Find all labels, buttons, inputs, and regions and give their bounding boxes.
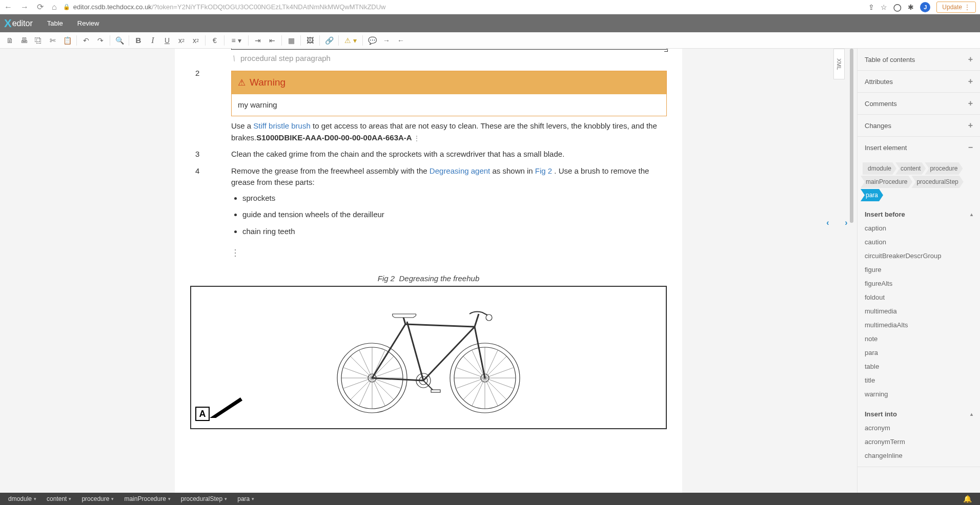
prev-button[interactable]: ← — [394, 34, 407, 47]
step-placeholder[interactable]: procedural step paragraph — [231, 54, 667, 62]
paste-icon[interactable]: 📋 — [60, 34, 74, 47]
panel-changes[interactable]: Changes+ — [858, 115, 980, 136]
adblock-icon[interactable]: ◯ — [893, 3, 902, 11]
dmcode-ref[interactable]: S1000DBIKE-AAA-D00-00-00-00AA-663A-A — [256, 133, 412, 142]
chip-content[interactable]: content — [895, 162, 926, 175]
reload-icon[interactable]: ⟳ — [37, 2, 44, 12]
print-icon[interactable]: 🖶 — [17, 34, 31, 47]
copy-icon[interactable]: ⿻ — [32, 34, 45, 47]
star-icon[interactable]: ☆ — [881, 3, 887, 11]
underline-button[interactable]: U — [160, 34, 174, 47]
collapse-left-icon[interactable]: ‹ — [824, 218, 832, 228]
collapse-right-icon[interactable]: › — [842, 218, 850, 228]
chip-dmodule[interactable]: dmodule — [863, 162, 896, 175]
share-icon[interactable]: ⇪ — [868, 3, 874, 11]
plus-icon[interactable]: + — [968, 55, 973, 64]
euro-button[interactable]: € — [208, 34, 221, 47]
insert-before-header[interactable]: Insert before▴ — [858, 205, 980, 221]
italic-button[interactable]: I — [146, 34, 159, 47]
save-icon[interactable]: 🗎 — [3, 34, 16, 47]
step-4-content[interactable]: Remove the grease from the freewheel ass… — [231, 165, 667, 243]
url-bar[interactable]: 🔒 editor.csdb.techdocx.co.uk/?token=Y2Ni… — [63, 3, 863, 11]
plus-icon[interactable]: + — [968, 77, 973, 86]
chip-mainprocedure[interactable]: mainProcedure — [861, 176, 912, 188]
menu-table[interactable]: Table — [47, 19, 63, 27]
list-item[interactable]: chain ring teeth — [242, 226, 667, 238]
element-option-changeInline[interactable]: changeInline — [865, 449, 973, 462]
dmcode-menu-icon[interactable]: ⋮ — [412, 135, 420, 142]
status-crumb-para[interactable]: para — [237, 495, 254, 502]
panel-toc[interactable]: Table of contents+ — [858, 49, 980, 70]
panel-insert-element[interactable]: Insert element− — [858, 137, 980, 158]
chip-proceduralstep[interactable]: proceduralStep — [911, 176, 963, 188]
notifications-icon[interactable]: 🔔 — [963, 495, 972, 503]
status-crumb-dmodule[interactable]: dmodule — [8, 495, 36, 502]
redo-icon[interactable]: ↷ — [94, 34, 107, 47]
more-indicator[interactable]: ⋯ — [230, 248, 241, 258]
menu-review[interactable]: Review — [77, 19, 99, 27]
status-crumb-content[interactable]: content — [47, 495, 71, 502]
list-item[interactable]: guide and tension wheels of the deraille… — [242, 209, 667, 221]
element-option-caution[interactable]: caution — [865, 235, 973, 249]
plus-icon[interactable]: + — [968, 121, 973, 130]
element-option-foldout[interactable]: foldout — [865, 290, 973, 304]
warning-body[interactable]: my warning — [232, 94, 666, 116]
element-option-table[interactable]: table — [865, 360, 973, 373]
panel-comments[interactable]: Comments+ — [858, 93, 980, 114]
step-2-para[interactable]: Use a Stiff bristle brush to get access … — [231, 120, 667, 143]
chip-procedure[interactable]: procedure — [925, 162, 963, 175]
cut-icon[interactable]: ✄ — [46, 34, 59, 47]
home-icon[interactable]: ⌂ — [52, 3, 57, 12]
element-option-acronymTerm[interactable]: acronymTerm — [865, 435, 973, 449]
status-crumb-mainProcedure[interactable]: mainProcedure — [124, 495, 170, 502]
element-option-caption[interactable]: caption — [865, 221, 973, 235]
element-option-circuitBreakerDescrGroup[interactable]: circuitBreakerDescrGroup — [865, 249, 973, 263]
comment-button[interactable]: 💬 — [365, 34, 379, 47]
indent-button[interactable]: ⇥ — [251, 34, 264, 47]
warning-dropdown[interactable]: ⚠ ▾ — [341, 34, 360, 47]
extensions-icon[interactable]: ✱ — [908, 3, 914, 11]
element-option-acronym[interactable]: acronym — [865, 421, 973, 435]
panel-attributes[interactable]: Attributes+ — [858, 71, 980, 92]
link-button[interactable]: 🔗 — [322, 34, 336, 47]
element-option-figure[interactable]: figure — [865, 263, 973, 277]
link-fig2[interactable]: Fig 2 — [535, 166, 552, 175]
minus-icon[interactable]: − — [968, 143, 973, 152]
insert-into-header[interactable]: Insert into▴ — [858, 405, 980, 421]
link-degreasing-agent[interactable]: Degreasing agent — [430, 166, 490, 175]
list-item[interactable]: sprockets — [242, 193, 667, 204]
back-icon[interactable]: ← — [4, 3, 12, 12]
element-option-warning[interactable]: warning — [865, 387, 973, 401]
warning-box[interactable]: Warning my warning — [231, 71, 667, 116]
plus-icon[interactable]: + — [968, 99, 973, 108]
list-button[interactable]: ≡ ▾ — [227, 34, 246, 47]
xml-tab[interactable]: XML — [833, 49, 845, 79]
element-option-multimedia[interactable]: multimedia — [865, 304, 973, 318]
element-option-figureAlts[interactable]: figureAlts — [865, 277, 973, 290]
status-crumb-procedure[interactable]: procedure — [81, 495, 114, 502]
step-3-para[interactable]: Clean the caked grime from the chain and… — [231, 149, 667, 160]
bold-button[interactable]: B — [132, 34, 145, 47]
status-crumb-proceduralStep[interactable]: proceduralStep — [181, 495, 227, 502]
next-button[interactable]: → — [380, 34, 393, 47]
chip-para[interactable]: para — [861, 189, 883, 201]
outdent-button[interactable]: ⇤ — [266, 34, 279, 47]
image-button[interactable]: 🖼 — [303, 34, 317, 47]
step-4-para[interactable]: Remove the grease from the freewheel ass… — [231, 165, 667, 188]
superscript-button[interactable]: x2 — [189, 34, 202, 47]
link-stiff-brush[interactable]: Stiff bristle brush — [253, 121, 310, 130]
search-icon[interactable]: 🔍 — [113, 34, 126, 47]
document-page[interactable]: procedural step paragraph 2 Warning my w… — [175, 49, 682, 493]
subscript-button[interactable]: x2 — [175, 34, 188, 47]
element-option-para[interactable]: para — [865, 346, 973, 360]
forward-icon[interactable]: → — [21, 3, 29, 12]
scrollbar-thumb[interactable] — [850, 49, 853, 223]
editor-area[interactable]: procedural step paragraph 2 Warning my w… — [0, 49, 857, 493]
undo-icon[interactable]: ↶ — [79, 34, 93, 47]
update-button[interactable]: Update⋮ — [936, 2, 976, 13]
element-option-title[interactable]: title — [865, 373, 973, 387]
figure-caption[interactable]: Fig 2 Degreasing the freehub — [190, 274, 667, 283]
table-button[interactable]: ▦ — [284, 34, 298, 47]
element-option-multimediaAlts[interactable]: multimediaAlts — [865, 318, 973, 332]
profile-avatar[interactable]: J — [920, 2, 930, 12]
